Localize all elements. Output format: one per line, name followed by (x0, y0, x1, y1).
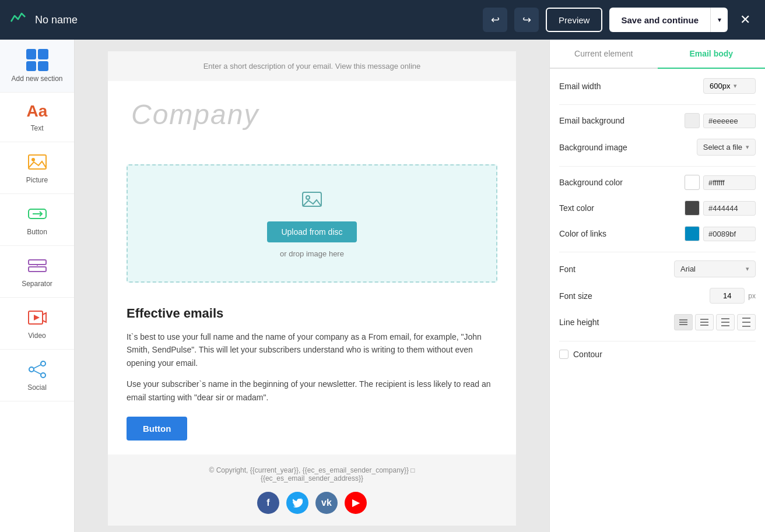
contour-checkbox[interactable] (559, 350, 569, 359)
sidebar-item-text[interactable]: Aa Text (0, 93, 74, 142)
background-image-control: Select a file ▾ (697, 139, 756, 156)
line-height-label: Line height (559, 318, 669, 327)
font-value: Arial (680, 265, 696, 273)
email-width-control: 600px ▾ (703, 78, 756, 94)
email-background-swatch[interactable] (685, 113, 700, 128)
svg-rect-5 (29, 267, 46, 272)
links-color-value: #0089bf (703, 227, 756, 241)
sidebar-item-button[interactable]: Button (0, 194, 74, 246)
tab-email-body[interactable]: Email body (658, 40, 766, 69)
divider-1 (559, 104, 756, 105)
links-color-swatch[interactable] (685, 226, 700, 241)
sidebar-item-add-section[interactable]: Add new section (0, 40, 74, 93)
undo-icon: ↩ (491, 13, 500, 26)
line-height-loose[interactable] (716, 314, 735, 330)
content-button[interactable]: Button (127, 417, 187, 441)
file-select-chevron-icon: ▾ (746, 143, 749, 151)
video-icon (27, 307, 48, 328)
social-youtube[interactable]: ▶ (345, 492, 367, 514)
content-paragraph-2: Use your subscriber`s name in the beginn… (127, 378, 497, 404)
background-color-value: #ffffff (703, 175, 756, 190)
svg-rect-4 (29, 260, 46, 265)
preview-button[interactable]: Preview (546, 8, 602, 32)
logo-icon (9, 10, 26, 30)
font-size-input[interactable] (710, 288, 745, 304)
sidebar-item-separator[interactable]: Separator (0, 246, 74, 298)
email-footer: © Copyright, {{current_year}}, {{ec_es_e… (108, 455, 516, 526)
line-height-normal[interactable] (695, 314, 714, 330)
upload-image-icon (301, 189, 322, 214)
svg-point-15 (306, 196, 310, 199)
text-color-value: #444444 (703, 201, 756, 216)
sidebar-item-social[interactable]: Social (0, 350, 74, 401)
drop-text: or drop image here (280, 249, 344, 258)
email-top-bar: Enter a short description of your email.… (108, 51, 516, 81)
footer-copyright: © Copyright, {{current_year}}, {{ec_es_e… (120, 466, 504, 474)
close-button[interactable]: ✕ (735, 9, 756, 30)
svg-point-10 (29, 367, 34, 372)
app-title: No name (35, 14, 476, 26)
panel-tabs: Current element Email body (550, 40, 765, 69)
text-icon: Aa (27, 102, 48, 121)
line-height-extra[interactable] (737, 314, 756, 330)
line-height-compact[interactable] (674, 314, 693, 330)
background-image-placeholder: Select a file (703, 143, 742, 152)
svg-line-13 (34, 371, 41, 374)
sidebar-item-video[interactable]: Video (0, 298, 74, 350)
panel-body: Email width 600px ▾ Email background #ee… (550, 69, 765, 368)
font-control: Arial ▾ (674, 260, 756, 277)
company-logo: Company (120, 93, 504, 148)
social-icon (27, 359, 48, 380)
sidebar-item-text-label: Text (30, 124, 43, 132)
sidebar-item-picture[interactable]: Picture (0, 142, 74, 194)
email-background-value: #eeeeee (703, 114, 756, 128)
picture-icon (27, 152, 48, 172)
background-color-control: #ffffff (685, 175, 756, 190)
email-canvas: Enter a short description of your email.… (108, 51, 516, 526)
image-upload-area[interactable]: Upload from disc or drop image here (127, 164, 497, 283)
email-width-label: Email width (559, 82, 699, 91)
svg-point-9 (41, 361, 45, 366)
links-color-control: #0089bf (685, 226, 756, 241)
svg-line-12 (34, 365, 41, 368)
header: No name ↩ ↪ Preview Save and continue ▾ … (0, 0, 765, 40)
sidebar-item-social-label: Social (27, 383, 47, 392)
font-size-label: Font size (559, 291, 705, 301)
email-width-select[interactable]: 600px ▾ (703, 78, 756, 94)
text-color-swatch[interactable] (685, 200, 700, 216)
upload-from-disc-button[interactable]: Upload from disc (267, 221, 356, 242)
background-image-select[interactable]: Select a file ▾ (697, 139, 756, 156)
line-height-row: Line height (559, 314, 756, 330)
svg-marker-8 (34, 315, 40, 320)
font-row: Font Arial ▾ (559, 260, 756, 277)
left-sidebar: Add new section Aa Text Picture Button (0, 40, 75, 532)
font-size-control: px (710, 288, 756, 304)
content-section: Effective emails It`s best to use your f… (108, 292, 516, 455)
right-panel: Current element Email body Email width 6… (549, 40, 765, 532)
links-color-row: Color of links #0089bf (559, 226, 756, 241)
text-color-label: Text color (559, 203, 680, 213)
email-background-label: Email background (559, 116, 680, 125)
save-dropdown-button[interactable]: ▾ (710, 8, 728, 32)
redo-button[interactable]: ↪ (514, 8, 539, 32)
email-description-text: Enter a short description of your email.… (203, 62, 421, 71)
separator-icon (27, 255, 48, 276)
tab-current-element[interactable]: Current element (550, 40, 658, 68)
contour-row: Contour (559, 350, 756, 359)
social-vk[interactable]: vk (315, 492, 338, 514)
background-color-swatch[interactable] (685, 175, 700, 190)
background-image-row: Background image Select a file ▾ (559, 139, 756, 156)
email-width-value: 600px (710, 82, 730, 90)
social-facebook[interactable]: f (257, 492, 279, 514)
text-color-row: Text color #444444 (559, 200, 756, 216)
undo-button[interactable]: ↩ (483, 8, 507, 32)
svg-point-11 (41, 373, 45, 378)
background-image-label: Background image (559, 143, 692, 152)
font-select[interactable]: Arial ▾ (674, 260, 756, 277)
social-twitter[interactable] (286, 492, 308, 514)
divider-4 (559, 341, 756, 341)
email-background-control: #eeeeee (685, 113, 756, 128)
save-button[interactable]: Save and continue (609, 8, 710, 32)
sidebar-item-video-label: Video (28, 332, 45, 340)
sidebar-item-picture-label: Picture (26, 176, 48, 184)
